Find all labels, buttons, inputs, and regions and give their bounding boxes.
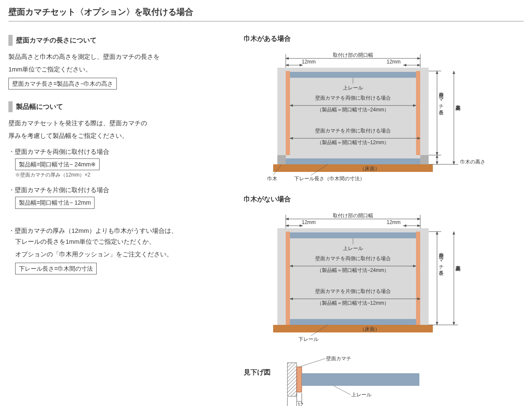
- diagram3-svg: 壁面カマチ 上レール 12 22: [279, 354, 447, 406]
- section1-formula: 壁面カマチ長さ=製品高さ−巾木の高さ: [8, 78, 117, 90]
- label-kamachi-len-2: 壁面カマチ長さ: [438, 249, 444, 276]
- section1-text-1: 製品高さと巾木の高さを測定し、壁面カマチの長さを: [8, 52, 227, 62]
- label-both-2b: （製品幅＝開口幅寸法−24mm）: [317, 267, 389, 273]
- diagram-with-skirting: 巾木がある場合: [244, 33, 524, 184]
- bullet-both-sides: ・壁面カマチを両側に取付ける場合: [8, 147, 227, 157]
- label-product-height-2: 製品高さ: [455, 262, 461, 272]
- label-opening-width-2: 取付け部の開口幅: [333, 213, 373, 219]
- label-lower-rail-2: 下レール: [298, 336, 319, 342]
- label-kamachi-len-1: 壁面カマチ長さ: [438, 89, 444, 115]
- label-12mm-left: 12mm: [302, 59, 316, 65]
- label-lower-rail-len: 下レール長さ（巾木間の寸法）: [294, 176, 365, 181]
- label-one-1a: 壁面カマチを片側に取付ける場合: [315, 128, 391, 134]
- label-one-2a: 壁面カマチを片側に取付ける場合: [315, 288, 391, 294]
- label-upper-rail-1: 上レール: [343, 85, 363, 91]
- label-12mm-right-2: 12mm: [387, 219, 400, 225]
- svg-rect-46: [302, 373, 419, 386]
- label-one-2b: （製品幅＝開口幅寸法−12mm）: [317, 300, 389, 306]
- svg-rect-5: [416, 71, 420, 155]
- svg-line-47: [299, 359, 325, 367]
- formula-both-sides: 製品幅=開口幅寸法− 24mm※: [15, 158, 100, 170]
- formula-one-side: 製品幅=開口幅寸法− 12mm: [15, 197, 95, 208]
- diagram2-title: 巾木がない場合: [244, 194, 524, 205]
- svg-rect-28: [290, 232, 416, 238]
- label-skirting: 巾木: [267, 176, 277, 181]
- svg-rect-25: [273, 325, 433, 332]
- content-columns: 壁面カマチの長さについて 製品高さと巾木の高さを測定し、壁面カマチの長さを 1m…: [8, 32, 524, 406]
- svg-rect-7: [286, 158, 420, 164]
- label-floor-1: （床面）: [360, 166, 380, 171]
- left-column: 壁面カマチの長さについて 製品高さと巾木の高さを測定し、壁面カマチの長さを 1m…: [8, 32, 227, 406]
- label-upper-rail-2: 上レール: [343, 245, 363, 251]
- svg-rect-1: [273, 164, 433, 172]
- diagram1-svg: 取付け部の開口幅 12mm 12mm 上レール 壁面カマチを両側に取付ける場合 …: [244, 47, 496, 181]
- section2-text-2: 厚みを考慮して製品幅をご指定ください。: [8, 131, 227, 141]
- label-12mm-left-2: 12mm: [302, 219, 316, 225]
- label-product-height-1: 製品高さ: [455, 101, 461, 111]
- label-floor-2: （床面）: [360, 326, 380, 332]
- section2-head: 製品幅について: [8, 101, 227, 112]
- label-skirting-height: 巾木の高さ: [460, 159, 485, 165]
- svg-rect-27: [416, 232, 420, 325]
- svg-rect-29: [290, 319, 416, 325]
- label-upper-rail-3: 上レール: [351, 392, 371, 398]
- svg-rect-26: [286, 232, 290, 325]
- section1-text-2: 1mm単位でご指定ください。: [8, 64, 227, 74]
- right-column: 巾木がある場合: [244, 32, 524, 406]
- note-thickness: ※壁面カマチの厚み（12mm）×2: [15, 171, 227, 179]
- label-both-1a: 壁面カマチを両側に取付ける場合: [315, 95, 391, 101]
- formula-lower-rail: 下レール長さ=巾木間の寸法: [15, 263, 97, 274]
- svg-rect-45: [297, 367, 302, 392]
- svg-rect-2: [277, 155, 286, 164]
- label-wall-kamachi: 壁面カマチ: [326, 356, 351, 361]
- label-both-1b: （製品幅＝開口幅寸法−24mm）: [317, 107, 389, 113]
- diagram2-svg: 取付け部の開口幅 12mm 12mm 上レール 壁面カマチを両側に取付ける場合 …: [244, 207, 496, 342]
- svg-rect-44: [287, 363, 297, 396]
- label-both-2a: 壁面カマチを両側に取付ける場合: [315, 256, 391, 261]
- section1-head: 壁面カマチの長さについて: [8, 35, 227, 46]
- bullet-one-side: ・壁面カマチを片側に取付ける場合: [8, 185, 227, 195]
- svg-line-48: [334, 386, 350, 395]
- label-12mm-right: 12mm: [387, 59, 400, 65]
- section2-text-1: 壁面カマチセットを発注する際は、壁面カマチの: [8, 118, 227, 128]
- page-title: 壁面カマチセット〈オプション〉を取付ける場合: [8, 5, 524, 21]
- svg-rect-6: [290, 72, 416, 78]
- label-dim-12: 12: [298, 402, 303, 406]
- label-one-1b: （製品幅＝開口幅寸法−12mm）: [317, 140, 389, 145]
- bullet-thin-skirting-1: ・壁面カマチの厚み（12mm）よりも巾木がうすい場合は、: [8, 226, 227, 236]
- diagram-without-skirting: 巾木がない場合 取付け部の開口幅 12mm 12mm 上レール 壁面カマ: [244, 194, 524, 344]
- diagram3-title: 見下げ図: [244, 367, 271, 378]
- diagram-top-view: 見下げ図 壁面カマチ 上レール: [244, 354, 524, 406]
- bullet-thin-skirting-3: オプションの「巾木用クッション」をご注文ください。: [15, 249, 227, 259]
- svg-rect-3: [420, 155, 429, 164]
- bullet-thin-skirting-2: 下レールの長さを1mm単位でご指定いただくか、: [15, 237, 227, 247]
- svg-rect-4: [286, 71, 290, 155]
- label-opening-width: 取付け部の開口幅: [333, 52, 373, 58]
- diagram1-title: 巾木がある場合: [244, 33, 524, 44]
